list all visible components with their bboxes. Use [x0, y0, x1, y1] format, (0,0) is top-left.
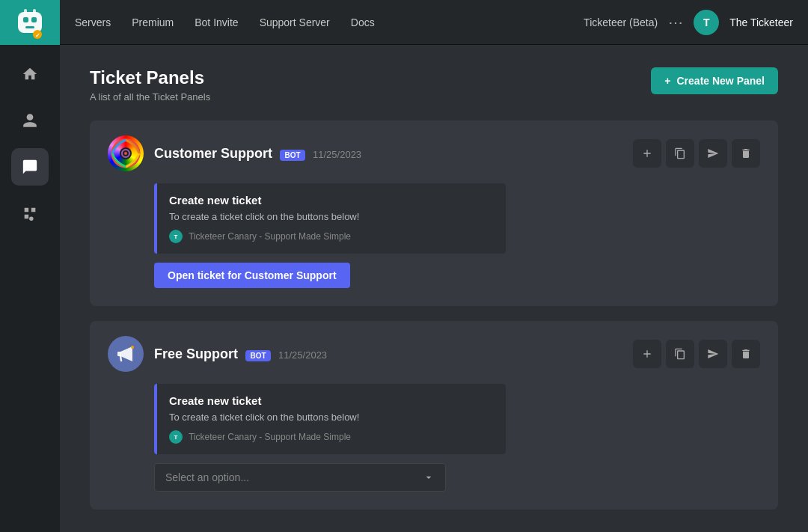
topnav-links: Servers Premium Bot Invite Support Serve… [75, 13, 584, 31]
svg-rect-3 [25, 26, 34, 28]
svg-rect-5 [33, 9, 36, 13]
sidebar-item-chat[interactable] [11, 148, 49, 186]
panel-copy-button-2[interactable] [666, 340, 694, 368]
svg-point-11 [124, 152, 127, 155]
panel-badge-2: BOT [245, 350, 270, 361]
panel-add-button-1[interactable] [633, 139, 661, 168]
panel-title-row-1: Customer Support BOT 11/25/2023 [108, 135, 361, 171]
sidebar-left: ✓ [0, 0, 60, 532]
page-title: Ticket Panels [90, 67, 210, 88]
discord-msg-body-1: To create a ticket click on the buttons … [169, 211, 494, 222]
panel-add-button-2[interactable] [633, 340, 661, 368]
panel-name-2: Free Support [154, 346, 238, 361]
create-new-panel-button[interactable]: + Create New Panel [651, 67, 778, 94]
panel-badge-1: BOT [280, 150, 304, 161]
discord-msg-title-2: Create new ticket [169, 394, 494, 407]
app-logo[interactable]: ✓ [0, 0, 60, 45]
svg-text:✓: ✓ [35, 32, 40, 39]
open-ticket-button-1[interactable]: Open ticket for Customer Support [154, 263, 350, 288]
nav-support-server[interactable]: Support Server [260, 13, 330, 31]
discord-footer-text-1: Ticketeer Canary - Support Made Simple [189, 231, 351, 242]
topnav-username: The Ticketeer [729, 16, 793, 28]
svg-rect-4 [24, 9, 27, 13]
discord-msg-body-2: To create a ticket click on the buttons … [169, 412, 494, 423]
page-subtitle: A list of all the Ticket Panels [90, 91, 210, 103]
nav-bot-invite[interactable]: Bot Invite [195, 13, 238, 31]
panel-name-group-2: Free Support BOT 11/25/2023 [154, 346, 327, 362]
discord-message-2: Create new ticket To create a ticket cli… [154, 384, 506, 454]
discord-msg-title-1: Create new ticket [169, 194, 494, 207]
topnav: Servers Premium Bot Invite Support Serve… [60, 0, 808, 45]
panel-delete-button-1[interactable] [732, 139, 760, 168]
svg-rect-0 [18, 12, 42, 33]
svg-rect-2 [31, 17, 37, 22]
discord-msg-footer-1: T Ticketeer Canary - Support Made Simple [169, 230, 494, 243]
panel-name-group-1: Customer Support BOT 11/25/2023 [154, 146, 361, 162]
panel-icon-2 [108, 336, 144, 372]
svg-point-13 [131, 346, 134, 349]
panel-card-free-support: Free Support BOT 11/25/2023 [90, 321, 778, 510]
topnav-beta-label: Ticketeer (Beta) [584, 16, 658, 28]
main-content: Ticket Panels A list of all the Ticket P… [60, 45, 808, 532]
discord-footer-avatar-1: T [169, 230, 183, 243]
discord-footer-avatar-2: T [169, 430, 183, 444]
panel-actions-1 [633, 139, 760, 168]
panel-send-button-1[interactable] [699, 139, 727, 168]
panel-actions-2 [633, 340, 760, 368]
sidebar-item-integration[interactable] [11, 195, 49, 232]
discord-message-1: Create new ticket To create a ticket cli… [154, 183, 506, 254]
sidebar-item-home[interactable] [11, 55, 49, 93]
select-dropdown-2[interactable]: Select an option... [154, 463, 446, 492]
page-title-group: Ticket Panels A list of all the Ticket P… [90, 67, 210, 103]
page-header: Ticket Panels A list of all the Ticket P… [90, 67, 778, 103]
nav-premium[interactable]: Premium [132, 13, 174, 31]
panel-icon-1 [108, 135, 144, 171]
panel-card-header-1: Customer Support BOT 11/25/2023 [108, 135, 760, 171]
chevron-down-icon [423, 471, 435, 483]
panel-delete-button-2[interactable] [732, 340, 760, 368]
sidebar-item-users[interactable] [11, 102, 49, 139]
discord-footer-text-2: Ticketeer Canary - Support Made Simple [189, 432, 351, 442]
panel-card-customer-support: Customer Support BOT 11/25/2023 [90, 120, 778, 306]
topnav-right: Ticketeer (Beta) ⋯ T The Ticketeer [584, 10, 793, 35]
panel-name-1: Customer Support [154, 146, 272, 161]
panel-date-2: 11/25/2023 [278, 349, 327, 361]
panel-date-1: 11/25/2023 [313, 149, 361, 160]
main-layout: Servers Premium Bot Invite Support Serve… [60, 0, 808, 532]
create-btn-label: Create New Panel [677, 75, 765, 87]
topnav-more-icon[interactable]: ⋯ [668, 13, 683, 31]
select-placeholder-2: Select an option... [165, 471, 249, 483]
avatar: T [694, 10, 719, 35]
nav-servers[interactable]: Servers [75, 13, 111, 31]
plus-icon: + [664, 75, 670, 87]
nav-docs[interactable]: Docs [351, 13, 375, 31]
panel-send-button-2[interactable] [699, 340, 727, 368]
svg-rect-1 [23, 17, 28, 22]
discord-msg-footer-2: T Ticketeer Canary - Support Made Simple [169, 430, 494, 444]
panel-card-header-2: Free Support BOT 11/25/2023 [108, 336, 760, 372]
panel-copy-button-1[interactable] [666, 139, 694, 168]
panel-title-row-2: Free Support BOT 11/25/2023 [108, 336, 327, 372]
